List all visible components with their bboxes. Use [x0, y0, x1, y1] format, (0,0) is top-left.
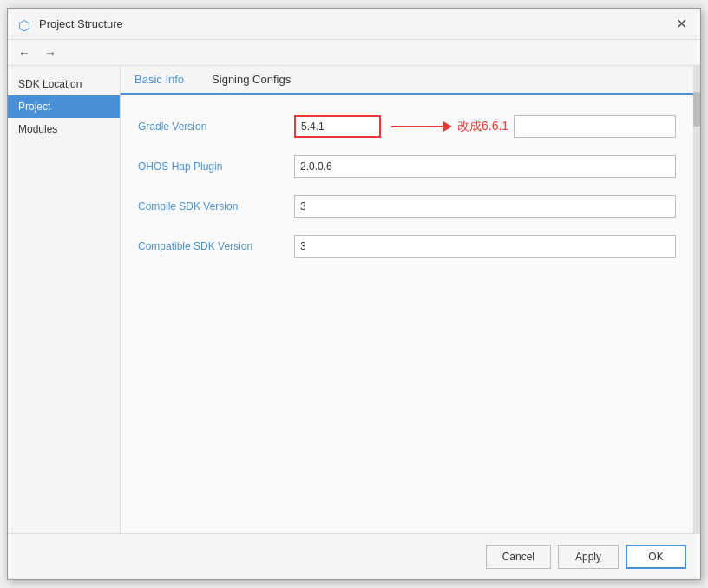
annotation-arrow: 改成6.6.1 — [391, 115, 676, 138]
compile-sdk-wrapper — [294, 195, 676, 218]
back-button[interactable]: ← — [15, 44, 34, 62]
sidebar: SDK Location Project Modules — [8, 66, 121, 533]
tab-basic-info[interactable]: Basic Info — [121, 66, 198, 95]
apply-button[interactable]: Apply — [558, 545, 619, 569]
dialog-title: Project Structure — [39, 17, 123, 30]
form-area: Gradle Version 改成6.6.1 — [121, 95, 693, 533]
compile-sdk-version-input[interactable] — [294, 195, 676, 218]
annotation-target-box — [514, 115, 676, 138]
compatible-sdk-version-input[interactable] — [294, 235, 676, 258]
sidebar-item-modules[interactable]: Modules — [8, 118, 120, 140]
cancel-button[interactable]: Cancel — [486, 545, 551, 569]
title-bar: ⬡ Project Structure ✕ — [8, 9, 700, 40]
sidebar-item-project[interactable]: Project — [8, 95, 120, 118]
form-row-compatible-sdk: Compatible SDK Version — [138, 235, 676, 258]
label-compile-sdk-version: Compile SDK Version — [138, 200, 294, 212]
title-controls: ✕ — [672, 16, 690, 33]
arrow-shaft — [391, 126, 443, 127]
title-bar-left: ⬡ Project Structure — [18, 17, 123, 31]
arrow-head — [443, 121, 452, 132]
label-gradle-version: Gradle Version — [138, 121, 294, 133]
compatible-sdk-wrapper — [294, 235, 676, 258]
form-row-gradle-version: Gradle Version 改成6.6.1 — [138, 115, 676, 138]
arrow-line — [391, 121, 452, 132]
label-compatible-sdk-version: Compatible SDK Version — [138, 240, 294, 252]
gradle-version-wrapper: 改成6.6.1 — [294, 115, 676, 138]
forward-button[interactable]: → — [41, 44, 60, 62]
ok-button[interactable]: OK — [626, 545, 686, 569]
ohos-plugin-wrapper — [294, 155, 676, 178]
ohos-hap-plugin-input[interactable] — [294, 155, 676, 178]
dialog-body: SDK Location Project Modules Basic Info … — [8, 66, 700, 533]
scrollbar[interactable] — [693, 66, 700, 533]
tabs: Basic Info Signing Configs — [121, 66, 693, 95]
close-button[interactable]: ✕ — [672, 16, 690, 33]
nav-bar: ← → — [8, 40, 700, 66]
tab-signing-configs[interactable]: Signing Configs — [198, 66, 305, 93]
main-content: Basic Info Signing Configs Gradle Versio… — [121, 66, 693, 533]
app-icon: ⬡ — [18, 17, 32, 31]
dialog-footer: Cancel Apply OK — [8, 533, 700, 579]
project-structure-dialog: ⬡ Project Structure ✕ ← → SDK Location P… — [7, 8, 701, 580]
form-row-compile-sdk: Compile SDK Version — [138, 195, 676, 218]
label-ohos-hap-plugin: OHOS Hap Plugin — [138, 160, 294, 173]
gradle-version-input[interactable] — [294, 115, 381, 138]
form-row-ohos-hap-plugin: OHOS Hap Plugin — [138, 155, 676, 178]
annotation-text: 改成6.6.1 — [457, 119, 508, 134]
scrollbar-thumb[interactable] — [693, 92, 700, 127]
sidebar-item-sdk-location[interactable]: SDK Location — [8, 73, 120, 95]
